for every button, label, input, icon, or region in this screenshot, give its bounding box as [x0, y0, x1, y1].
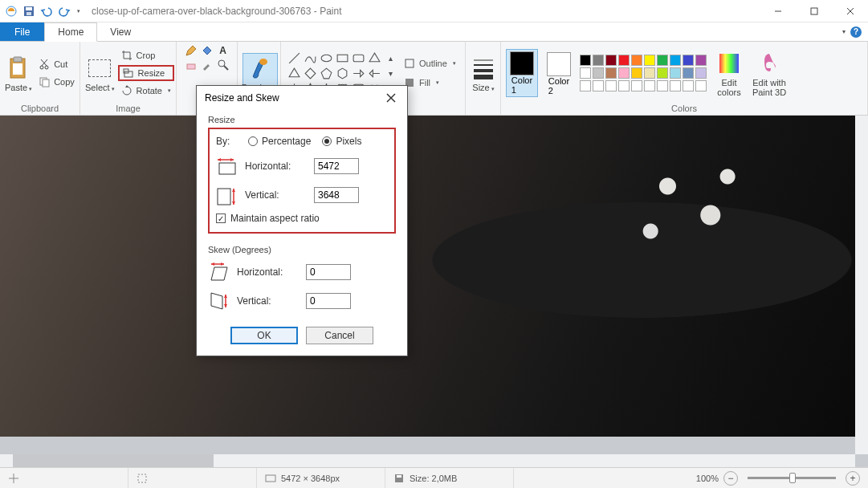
color2-button[interactable]: Color 2: [543, 51, 575, 96]
svg-rect-62: [138, 474, 146, 482]
color-swatch[interactable]: [631, 67, 642, 79]
resize-horizontal-icon: [216, 155, 238, 177]
paste-button[interactable]: Paste▾: [5, 54, 32, 92]
zoom-in-button[interactable]: +: [846, 471, 860, 486]
zoom-out-button[interactable]: −: [723, 471, 738, 486]
color-swatch[interactable]: [695, 67, 707, 79]
paint3d-label: Edit with Paint 3D: [752, 78, 786, 97]
undo-icon[interactable]: [40, 5, 53, 18]
pencil-tool-icon[interactable]: [185, 44, 198, 57]
skew-horizontal-label: Horizontal:: [237, 266, 300, 278]
skew-vertical-input[interactable]: [306, 293, 351, 309]
image-size-icon: [265, 473, 276, 484]
size-button[interactable]: Size▾: [471, 54, 496, 92]
picker-tool-icon[interactable]: [201, 59, 214, 71]
minimize-button[interactable]: [760, 0, 796, 22]
color-swatch[interactable]: [644, 67, 655, 79]
color-swatch[interactable]: [657, 55, 668, 66]
paint3d-button[interactable]: Edit with Paint 3D: [752, 49, 787, 97]
svg-rect-10: [13, 63, 22, 75]
qat-dropdown[interactable]: ▾: [77, 8, 80, 14]
color-swatch[interactable]: [580, 67, 591, 79]
skew-section-label: Skew (Degrees): [208, 245, 396, 254]
color-swatch[interactable]: [657, 67, 668, 79]
color-palette[interactable]: [580, 55, 707, 92]
svg-line-14: [41, 59, 47, 66]
edit-colors-button[interactable]: Edit colors: [711, 49, 747, 97]
color-swatch[interactable]: [605, 55, 617, 66]
svg-line-21: [224, 66, 228, 70]
svg-marker-58: [224, 295, 227, 298]
color-swatch[interactable]: [670, 55, 681, 66]
color2-label: Color 2: [548, 76, 569, 96]
help-icon[interactable]: ?: [850, 26, 862, 38]
color-swatch-empty[interactable]: [695, 80, 707, 92]
color-swatch[interactable]: [644, 55, 655, 66]
color-swatch-empty[interactable]: [683, 80, 694, 92]
cancel-button[interactable]: Cancel: [306, 327, 373, 344]
color-swatch[interactable]: [631, 55, 642, 66]
fill-label: Fill: [419, 78, 430, 87]
view-tab[interactable]: View: [97, 22, 144, 41]
svg-line-23: [289, 53, 300, 63]
crop-button[interactable]: Crop: [118, 47, 174, 63]
svg-point-20: [218, 60, 225, 67]
cut-button[interactable]: Cut: [35, 56, 78, 72]
fill-tool-icon[interactable]: [201, 44, 214, 57]
eraser-tool-icon[interactable]: [185, 59, 198, 71]
maintain-aspect-checkbox[interactable]: ✓ Maintain aspect ratio: [216, 213, 388, 224]
pixels-radio[interactable]: Pixels: [322, 136, 361, 147]
close-button[interactable]: [832, 0, 868, 22]
percentage-radio[interactable]: Percentage: [248, 136, 311, 147]
maximize-button[interactable]: [796, 0, 832, 22]
disk-icon: [393, 473, 405, 484]
color-swatch-empty[interactable]: [631, 80, 642, 92]
color-swatch[interactable]: [580, 55, 591, 66]
vertical-scrollbar[interactable]: [855, 116, 868, 454]
redo-icon[interactable]: [58, 5, 71, 18]
file-tab[interactable]: File: [0, 22, 44, 41]
color-swatch[interactable]: [605, 67, 617, 79]
copy-button[interactable]: Copy: [35, 74, 78, 90]
rotate-button[interactable]: Rotate▾: [118, 83, 174, 99]
color-swatch-empty[interactable]: [580, 80, 591, 92]
color1-button[interactable]: Color 1: [506, 49, 538, 97]
resize-button[interactable]: Resize: [118, 65, 174, 81]
zoom-slider[interactable]: [748, 477, 836, 479]
resize-vertical-input[interactable]: [314, 187, 359, 203]
resize-horizontal-input[interactable]: [314, 158, 359, 174]
color-swatch-empty[interactable]: [605, 80, 617, 92]
ok-button[interactable]: OK: [230, 327, 298, 344]
svg-marker-45: [218, 158, 221, 161]
color-swatch[interactable]: [618, 55, 630, 66]
canvas-image[interactable]: [0, 116, 856, 437]
ribbon-collapse-icon[interactable]: ▾: [842, 28, 846, 35]
select-button[interactable]: Select▾: [85, 54, 115, 92]
text-tool-icon[interactable]: A: [217, 44, 230, 57]
color-swatch-empty[interactable]: [593, 80, 604, 92]
color-swatch[interactable]: [593, 55, 604, 66]
skew-horizontal-input[interactable]: [306, 264, 351, 280]
color-swatch-empty[interactable]: [618, 80, 630, 92]
color-swatch-empty[interactable]: [644, 80, 655, 92]
scrollbar-thumb[interactable]: [13, 454, 214, 467]
color-swatch[interactable]: [683, 55, 694, 66]
dialog-close-button[interactable]: [383, 90, 399, 106]
horizontal-scrollbar[interactable]: [0, 454, 855, 467]
color-swatch[interactable]: [618, 67, 630, 79]
color-swatch-empty[interactable]: [657, 80, 668, 92]
color-swatch[interactable]: [593, 67, 604, 79]
status-bar: 5472 × 3648px Size: 2,0MB 100% − +: [0, 467, 868, 488]
color-swatch[interactable]: [695, 55, 707, 66]
svg-rect-48: [218, 189, 230, 205]
zoom-tool-icon[interactable]: [217, 59, 230, 71]
shape-fill-button[interactable]: Fill▾: [404, 75, 456, 91]
svg-marker-55: [211, 267, 227, 280]
shape-outline-button[interactable]: Outline▾: [404, 55, 456, 71]
save-icon[interactable]: [22, 5, 35, 18]
skew-horizontal-icon: [208, 261, 230, 283]
color-swatch[interactable]: [670, 67, 681, 79]
color-swatch-empty[interactable]: [670, 80, 681, 92]
color-swatch[interactable]: [683, 67, 694, 79]
home-tab[interactable]: Home: [44, 22, 97, 42]
